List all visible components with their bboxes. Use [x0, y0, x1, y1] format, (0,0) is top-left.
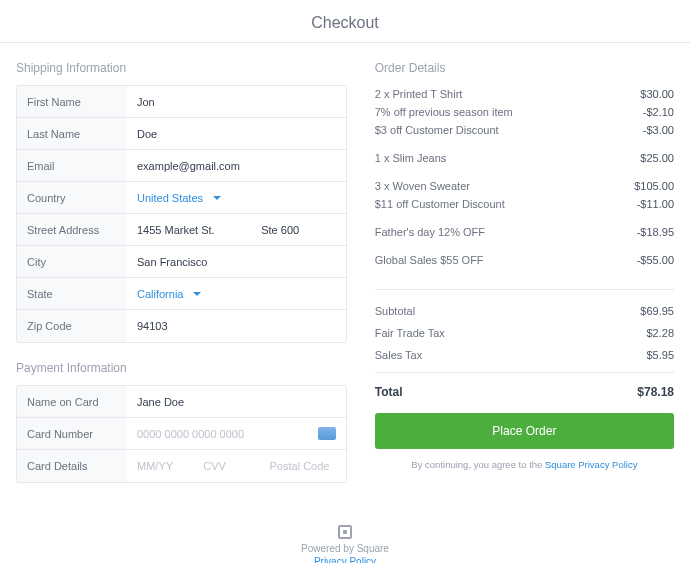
footer-privacy-link[interactable]: Privacy Policy — [16, 556, 674, 563]
square-icon — [338, 525, 352, 539]
total-line-amount: $2.28 — [646, 327, 674, 339]
total-line: Fair Trade Tax$2.28 — [375, 322, 674, 344]
order-totals: Subtotal$69.95Fair Trade Tax$2.28Sales T… — [375, 300, 674, 366]
total-line-label: Subtotal — [375, 305, 415, 317]
card-details-label: Card Details — [17, 450, 127, 482]
total-line-label: Fair Trade Tax — [375, 327, 445, 339]
line-label: 3 x Woven Sweater — [375, 180, 470, 192]
first-name-input[interactable] — [137, 88, 336, 116]
agree-text: By continuing, you agree to the Square P… — [375, 459, 674, 470]
street1-input[interactable] — [137, 216, 261, 244]
state-label: State — [17, 278, 127, 309]
line-amount: -$2.10 — [643, 106, 674, 118]
chevron-down-icon — [213, 196, 221, 200]
order-line: 1 x Slim Jeans$25.00 — [375, 149, 674, 167]
order-line: 7% off previous season item-$2.10 — [375, 103, 674, 121]
country-value: United States — [137, 192, 203, 204]
page-title: Checkout — [0, 14, 690, 32]
card-name-label: Name on Card — [17, 386, 127, 417]
order-line: $11 off Customer Discount-$11.00 — [375, 195, 674, 213]
street-label: Street Address — [17, 214, 127, 245]
payment-title: Payment Information — [16, 361, 347, 375]
place-order-button[interactable]: Place Order — [375, 413, 674, 449]
order-title: Order Details — [375, 61, 674, 75]
email-label: Email — [17, 150, 127, 181]
line-label: $3 off Customer Discount — [375, 124, 499, 136]
total-line: Sales Tax$5.95 — [375, 344, 674, 366]
card-icon — [318, 427, 336, 440]
street2-input[interactable] — [261, 216, 336, 244]
order-group: Global Sales $55 OFF-$55.00 — [375, 251, 674, 269]
expiry-input[interactable] — [137, 452, 203, 480]
state-select[interactable]: California — [137, 288, 201, 300]
last-name-input[interactable] — [137, 120, 336, 148]
card-number-label: Card Number — [17, 418, 127, 449]
line-label: 7% off previous season item — [375, 106, 513, 118]
order-group: 1 x Slim Jeans$25.00 — [375, 149, 674, 167]
cvv-input[interactable] — [203, 452, 269, 480]
order-total: Total $78.18 — [375, 372, 674, 413]
total-line-label: Sales Tax — [375, 349, 423, 361]
total-line-amount: $5.95 — [646, 349, 674, 361]
email-input[interactable] — [137, 152, 336, 180]
line-amount: -$11.00 — [637, 198, 674, 210]
total-line-amount: $69.95 — [640, 305, 674, 317]
page-header: Checkout — [0, 0, 690, 43]
line-label: Father's day 12% OFF — [375, 226, 485, 238]
city-label: City — [17, 246, 127, 277]
line-amount: $105.00 — [634, 180, 674, 192]
order-line: Father's day 12% OFF-$18.95 — [375, 223, 674, 241]
line-label: Global Sales $55 OFF — [375, 254, 484, 266]
line-amount: $25.00 — [640, 152, 674, 164]
order-items: 2 x Printed T Shirt$30.007% off previous… — [375, 85, 674, 290]
powered-by: Powered by Square — [16, 543, 674, 554]
order-line: 2 x Printed T Shirt$30.00 — [375, 85, 674, 103]
city-input[interactable] — [137, 248, 336, 276]
total-amount: $78.18 — [637, 385, 674, 399]
postal-input[interactable] — [270, 452, 336, 480]
order-group: 3 x Woven Sweater$105.00$11 off Customer… — [375, 177, 674, 213]
last-name-label: Last Name — [17, 118, 127, 149]
line-amount: -$55.00 — [637, 254, 674, 266]
zip-input[interactable] — [137, 312, 336, 340]
order-line: $3 off Customer Discount-$3.00 — [375, 121, 674, 139]
first-name-label: First Name — [17, 86, 127, 117]
state-value: California — [137, 288, 183, 300]
payment-form: Name on Card Card Number Card Details — [16, 385, 347, 483]
order-group: 2 x Printed T Shirt$30.007% off previous… — [375, 85, 674, 139]
order-line: Global Sales $55 OFF-$55.00 — [375, 251, 674, 269]
total-line: Subtotal$69.95 — [375, 300, 674, 322]
country-select[interactable]: United States — [137, 192, 221, 204]
card-number-input[interactable] — [137, 420, 318, 448]
shipping-title: Shipping Information — [16, 61, 347, 75]
order-group: Father's day 12% OFF-$18.95 — [375, 223, 674, 241]
privacy-link[interactable]: Square Privacy Policy — [545, 459, 637, 470]
total-label: Total — [375, 385, 403, 399]
footer: Powered by Square Privacy Policy — [16, 525, 674, 563]
line-amount: -$3.00 — [643, 124, 674, 136]
country-label: Country — [17, 182, 127, 213]
line-label: $11 off Customer Discount — [375, 198, 505, 210]
chevron-down-icon — [193, 292, 201, 296]
order-line: 3 x Woven Sweater$105.00 — [375, 177, 674, 195]
shipping-form: First Name Last Name Email Country Unite… — [16, 85, 347, 343]
line-label: 2 x Printed T Shirt — [375, 88, 463, 100]
line-amount: -$18.95 — [637, 226, 674, 238]
line-label: 1 x Slim Jeans — [375, 152, 447, 164]
zip-label: Zip Code — [17, 310, 127, 342]
card-name-input[interactable] — [137, 388, 336, 416]
line-amount: $30.00 — [640, 88, 674, 100]
